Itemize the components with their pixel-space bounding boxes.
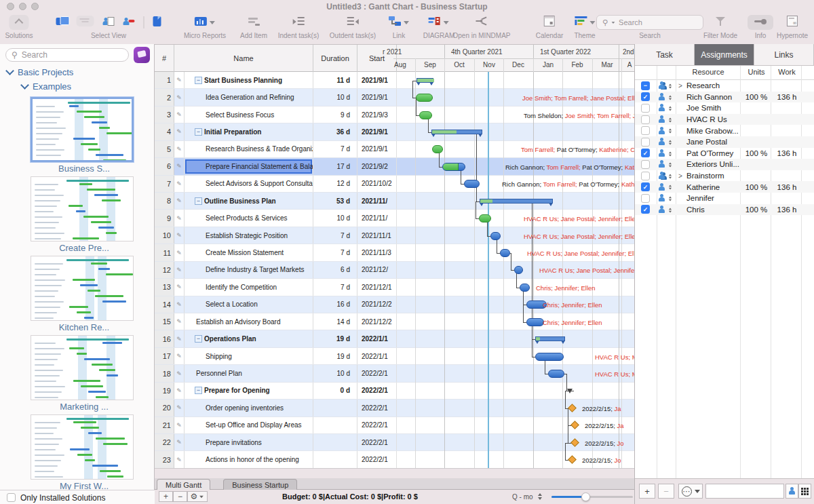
- remove-resource-button[interactable]: −: [658, 484, 674, 499]
- task-name-cell[interactable]: Actions in honor of the opening: [185, 451, 313, 467]
- toolbar-search-input[interactable]: ⚲Search: [596, 15, 703, 30]
- collapse-task-icon[interactable]: −: [195, 387, 202, 394]
- task-name-cell[interactable]: Shipping: [185, 348, 313, 364]
- collapse-task-icon[interactable]: −: [195, 77, 202, 84]
- checkbox-unchecked[interactable]: [641, 115, 650, 124]
- sidebar-project-kitchen-re-[interactable]: Kitchen Re...: [31, 256, 138, 332]
- task-row-4[interactable]: 4✎−Initial Preparation36 d2021/9/1: [155, 123, 634, 140]
- document-tab-business-startup[interactable]: Business Startup: [223, 479, 297, 490]
- task-row-2[interactable]: 2✎Idea Generation and Refining10 d2021/9…: [155, 89, 634, 106]
- resource-filter-input[interactable]: [705, 484, 784, 499]
- diagram-toolbar-button[interactable]: DIAGRAM: [423, 14, 455, 43]
- sidebar-project-business-s-[interactable]: Business S...: [31, 97, 138, 174]
- checkbox-unchecked[interactable]: [641, 104, 650, 113]
- column-header-name[interactable]: Name: [174, 45, 313, 72]
- task-name-cell[interactable]: Research Business & Trade Organizations: [185, 141, 313, 157]
- checkbox-unchecked[interactable]: [641, 172, 650, 180]
- task-name-cell[interactable]: −Outline Business Plan: [185, 193, 313, 209]
- indent-tasks-toolbar-button[interactable]: Indent task(s): [278, 14, 319, 43]
- task-row-12[interactable]: 12✎Define Industry & Target Markets6 d20…: [155, 262, 634, 279]
- document-tab-multi-gantt[interactable]: Multi Gantt: [157, 479, 210, 490]
- person-bar-icon[interactable]: [123, 16, 135, 29]
- only-installed-solutions-checkbox[interactable]: [7, 493, 16, 502]
- task-name-cell[interactable]: Define Industry & Target Markets: [185, 262, 313, 278]
- checkbox-checked[interactable]: ✓: [641, 205, 650, 214]
- select-view-toolbar-button[interactable]: Select View: [52, 14, 166, 43]
- checkbox-checked[interactable]: ✓: [641, 182, 650, 191]
- task-row-6[interactable]: 6✎Prepare Financial Statement & Balance …: [155, 158, 634, 175]
- checkbox-unchecked[interactable]: [641, 126, 650, 135]
- task-row-3[interactable]: 3✎Select Business Focus9 d2021/9/3: [155, 106, 634, 123]
- add-task-button[interactable]: +: [159, 491, 173, 502]
- task-row-1[interactable]: 1✎−Start Business Planning11 d2021/9/1: [155, 72, 634, 89]
- resource-row-exteriors-unli-[interactable]: Exteriors Unli...: [635, 159, 814, 170]
- resource-stepper[interactable]: [669, 197, 672, 201]
- sidebar-project-my-first-w-[interactable]: My First W...: [31, 414, 138, 490]
- collapse-task-icon[interactable]: −: [195, 335, 202, 343]
- zoom-stepper[interactable]: [538, 493, 542, 500]
- task-row-21[interactable]: 21✎Set-up Office and Display Areas2022/2…: [155, 417, 634, 434]
- resource-stepper[interactable]: [669, 95, 672, 100]
- grid-view-button[interactable]: [798, 484, 811, 499]
- assignments-column-work[interactable]: Work: [772, 68, 802, 76]
- task-name-cell[interactable]: −Initial Preparation: [185, 123, 313, 140]
- resource-row-research[interactable]: −>Research: [635, 80, 814, 92]
- resource-stepper[interactable]: [669, 163, 672, 168]
- sidebar-tree-item-examples[interactable]: Examples: [22, 81, 71, 92]
- task-row-11[interactable]: 11✎Create Mission Statement7 d2021/11/3: [155, 244, 634, 261]
- task-row-5[interactable]: 5✎Research Business & Trade Organization…: [155, 141, 634, 158]
- resource-row-chris[interactable]: ✓Chris100 %136 h: [635, 204, 814, 216]
- checkbox-mixed[interactable]: −: [641, 81, 650, 90]
- task-name-cell[interactable]: −Start Business Planning: [185, 72, 313, 88]
- resource-row-hvac-r-us[interactable]: HVAC R Us: [635, 114, 814, 125]
- task-name-cell[interactable]: Prepare invitations: [185, 434, 313, 450]
- solutions-toolbar-button[interactable]: Solutions: [5, 14, 33, 43]
- gantt-button-icon[interactable]: [77, 16, 94, 29]
- filter-mode-toolbar-button[interactable]: Filter Mode: [703, 14, 737, 43]
- resource-row-jennifer[interactable]: Jennifer: [635, 193, 814, 204]
- task-row-7[interactable]: 7✎Select Advisors & Support Consultants1…: [155, 176, 634, 193]
- resource-stepper[interactable]: [669, 174, 672, 178]
- task-name-cell[interactable]: Select Advisors & Support Consultants: [185, 176, 313, 192]
- remove-task-button[interactable]: −: [173, 491, 187, 502]
- resource-stepper[interactable]: [669, 129, 672, 134]
- assignments-column-resource[interactable]: Resource: [677, 68, 739, 76]
- zoom-slider[interactable]: [551, 496, 633, 498]
- sidebar-project-marketing-[interactable]: Marketing ...: [31, 335, 138, 412]
- gear-menu-button[interactable]: ⚙: [187, 491, 208, 502]
- document-icon[interactable]: [153, 16, 161, 29]
- task-name-cell[interactable]: −Operations Plan: [185, 330, 313, 347]
- resource-stepper[interactable]: [669, 208, 672, 212]
- resource-stepper[interactable]: [669, 151, 672, 156]
- task-row-20[interactable]: 20✎Order opening inventories2022/2/1: [155, 400, 634, 416]
- collapse-task-icon[interactable]: −: [195, 197, 202, 205]
- task-name-cell[interactable]: Personnel Plan: [185, 365, 313, 381]
- add-item-toolbar-button[interactable]: Add Item: [240, 14, 267, 43]
- sidebar-search-input[interactable]: ⚲ Search: [5, 48, 129, 62]
- collapse-task-icon[interactable]: −: [195, 128, 202, 136]
- resource-stepper[interactable]: [669, 117, 672, 122]
- inspector-tab-assignments[interactable]: Assignments: [695, 44, 754, 66]
- checkbox-unchecked[interactable]: [641, 194, 650, 203]
- sidebar-tree-item-basic-projects[interactable]: Basic Projects: [7, 67, 73, 77]
- hypernote-toolbar-button[interactable]: ∞Hypernote: [777, 14, 808, 43]
- task-name-cell[interactable]: Select Business Focus: [185, 106, 313, 123]
- checkbox-unchecked[interactable]: [641, 138, 650, 147]
- checkbox-unchecked[interactable]: [641, 160, 650, 169]
- task-row-10[interactable]: 10✎Establish Strategic Position7 d2021/1…: [155, 227, 634, 244]
- column-header-duration[interactable]: Duration: [313, 45, 357, 72]
- task-row-22[interactable]: 22✎Prepare invitations2022/2/1: [155, 434, 634, 451]
- link-toolbar-button[interactable]: Link: [389, 14, 409, 43]
- resource-stepper[interactable]: [669, 140, 672, 145]
- checkbox-checked[interactable]: ✓: [641, 149, 650, 157]
- task-row-18[interactable]: 18✎Personnel Plan10 d2022/2/1: [155, 365, 634, 382]
- add-resource-button[interactable]: +: [639, 484, 655, 499]
- resource-row-mike-grabow-[interactable]: Mike Grabow...: [635, 125, 814, 136]
- open-in-mindmap-toolbar-button[interactable]: Open in MINDMAP: [452, 14, 510, 43]
- solutions-panel-button[interactable]: [134, 47, 150, 63]
- inspector-tab-task[interactable]: Task: [635, 44, 695, 66]
- micro-reports-toolbar-button[interactable]: Micro Reports: [184, 14, 226, 43]
- task-name-cell[interactable]: Idea Generation and Refining: [185, 89, 313, 105]
- task-name-cell[interactable]: Establish an Advisory Board: [185, 313, 313, 330]
- zoom-slider-thumb[interactable]: [581, 492, 590, 501]
